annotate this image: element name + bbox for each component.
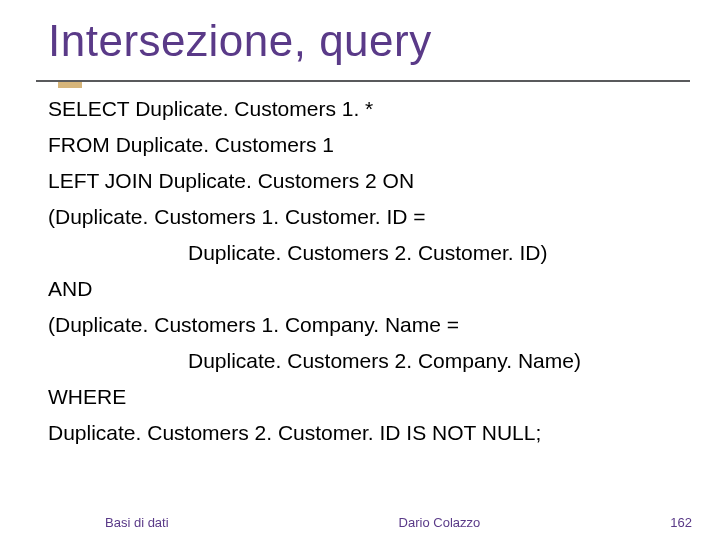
sql-line: Duplicate. Customers 2. Company. Name) bbox=[48, 350, 680, 372]
slide-body: SELECT Duplicate. Customers 1. * FROM Du… bbox=[48, 98, 680, 458]
footer-page-number: 162 bbox=[670, 515, 720, 530]
sql-line: Duplicate. Customers 2. Customer. ID IS … bbox=[48, 422, 680, 444]
footer-left: Basi di dati bbox=[0, 515, 169, 530]
sql-line: SELECT Duplicate. Customers 1. * bbox=[48, 98, 680, 120]
sql-line: (Duplicate. Customers 1. Company. Name = bbox=[48, 314, 680, 336]
sql-line: WHERE bbox=[48, 386, 680, 408]
slide-title: Intersezione, query bbox=[48, 16, 680, 66]
footer: Basi di dati Dario Colazzo 162 bbox=[0, 515, 720, 530]
sql-line: Duplicate. Customers 2. Customer. ID) bbox=[48, 242, 680, 264]
title-underline bbox=[36, 80, 690, 82]
sql-line: LEFT JOIN Duplicate. Customers 2 ON bbox=[48, 170, 680, 192]
accent-tab bbox=[58, 82, 82, 88]
sql-line: (Duplicate. Customers 1. Customer. ID = bbox=[48, 206, 680, 228]
footer-author: Dario Colazzo bbox=[169, 515, 671, 530]
sql-line: FROM Duplicate. Customers 1 bbox=[48, 134, 680, 156]
sql-line: AND bbox=[48, 278, 680, 300]
slide: Intersezione, query SELECT Duplicate. Cu… bbox=[0, 0, 720, 540]
